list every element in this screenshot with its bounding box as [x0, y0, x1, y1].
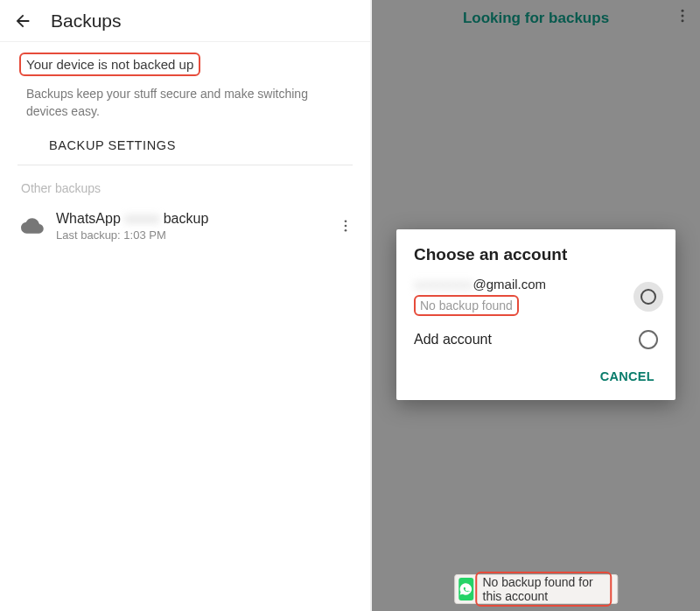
cloud-icon — [9, 214, 56, 237]
backup-item-suffix: backup — [164, 211, 209, 226]
choose-account-dialog: Choose an account xxxxxxxxx@gmail.com No… — [396, 229, 676, 400]
email-masked: xxxxxxxxx — [414, 277, 473, 291]
account-status: No backup found — [414, 295, 519, 316]
right-header: Looking for backups — [372, 0, 700, 37]
page-title: Backups — [51, 11, 122, 32]
account-option[interactable]: xxxxxxxxx@gmail.com No backup found — [396, 273, 676, 323]
looking-for-backups-screen: Looking for backups Choose an account xx… — [372, 0, 700, 611]
divider — [18, 165, 353, 165]
overflow-menu-icon[interactable] — [674, 7, 691, 28]
svg-point-0 — [345, 220, 347, 222]
svg-point-5 — [682, 19, 684, 22]
backup-item-sub: Last backup: 1:03 PM — [56, 228, 330, 242]
radio-selected-icon[interactable] — [634, 282, 663, 312]
backup-item-text: WhatsApp xxxxx backup Last backup: 1:03 … — [56, 211, 330, 242]
add-account-label: Add account — [414, 332, 639, 348]
toast: No backup found for this account — [454, 574, 619, 604]
add-account-option[interactable]: Add account — [396, 323, 676, 362]
backup-settings-button[interactable]: BACKUP SETTINGS — [49, 138, 370, 152]
toast-text: No backup found for this account — [476, 572, 612, 607]
dialog-actions: CANCEL — [396, 362, 676, 400]
header: Backups — [0, 0, 370, 42]
svg-point-3 — [682, 10, 684, 12]
back-arrow-icon[interactable] — [9, 7, 37, 35]
backup-list-item[interactable]: WhatsApp xxxxx backup Last backup: 1:03 … — [0, 204, 370, 249]
overflow-menu-icon[interactable] — [330, 218, 361, 234]
backups-screen: Backups Your device is not backed up Bac… — [0, 0, 372, 611]
right-title: Looking for backups — [463, 10, 609, 27]
svg-point-2 — [345, 229, 347, 232]
radio-unselected-icon[interactable] — [639, 330, 658, 349]
svg-point-4 — [682, 15, 684, 18]
dialog-title: Choose an account — [396, 229, 676, 273]
account-email: xxxxxxxxx@gmail.com — [414, 277, 634, 291]
backup-item-app: WhatsApp — [56, 211, 121, 226]
backup-description: Backups keep your stuff secure and make … — [26, 85, 344, 121]
cancel-button[interactable]: CANCEL — [600, 369, 654, 383]
no-backup-warning: Your device is not backed up — [19, 53, 200, 76]
backup-item-masked: xxxxx — [124, 211, 159, 226]
backup-item-title: WhatsApp xxxxx backup — [56, 211, 330, 227]
other-backups-heading: Other backups — [21, 181, 349, 195]
whatsapp-icon — [458, 578, 474, 600]
email-domain: @gmail.com — [473, 277, 547, 291]
svg-point-1 — [345, 225, 347, 228]
